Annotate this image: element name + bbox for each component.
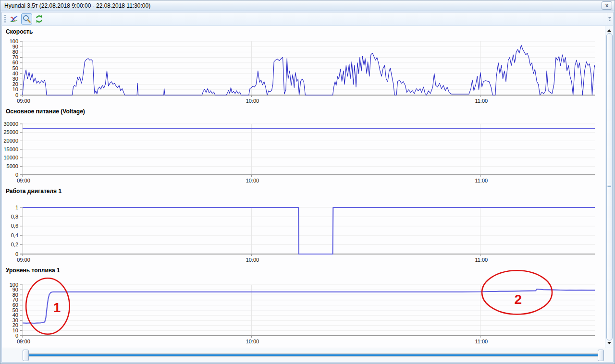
timeline-slider-range: [29, 354, 599, 356]
svg-text:20000: 20000: [3, 138, 18, 144]
svg-text:11:00: 11:00: [475, 339, 488, 344]
svg-text:30: 30: [12, 317, 18, 323]
svg-text:80: 80: [12, 292, 18, 298]
svg-text:0,8: 0,8: [11, 214, 18, 219]
charts-column: Скорость 010203040506070809010009:0010:0…: [2, 26, 605, 348]
chart-canvas: 00,20,40,60,8109:0010:0011:00: [2, 196, 603, 266]
svg-text:60: 60: [12, 60, 18, 65]
svg-text:10000: 10000: [3, 155, 18, 160]
svg-text:10:00: 10:00: [246, 178, 259, 183]
svg-text:0,4: 0,4: [11, 232, 18, 238]
window-title: Hyundai 3,5т (22.08.2018 9:00:00 - 22.08…: [4, 2, 150, 9]
chart-canvas: 010203040506070809010009:0010:0011:00: [2, 36, 603, 107]
timeline-slider-right-thumb[interactable]: [598, 350, 604, 361]
svg-text:70: 70: [12, 54, 18, 60]
svg-text:20: 20: [12, 322, 18, 328]
svg-text:70: 70: [12, 297, 18, 303]
toolbar-grip-handle[interactable]: [4, 15, 6, 23]
chart-fuel[interactable]: 010203040506070809010009:0010:0011:0012: [2, 275, 605, 347]
toolbar: [2, 12, 613, 26]
svg-text:10: 10: [12, 86, 18, 92]
svg-text:40: 40: [12, 312, 18, 318]
svg-text:40: 40: [12, 71, 18, 76]
annotation-ellipse-1: [26, 278, 70, 334]
svg-text:11:00: 11:00: [475, 178, 488, 183]
timeline-slider-left-thumb[interactable]: [23, 350, 29, 361]
chart-title-engine: Работа двигателя 1: [2, 188, 605, 196]
scroll-up-icon[interactable]: [607, 29, 611, 32]
chart-canvas: 05000100001500020000250003000009:0010:00…: [2, 116, 603, 186]
svg-text:90: 90: [12, 44, 18, 49]
svg-text:0: 0: [15, 92, 18, 98]
window-body: Скорость 010203040506070809010009:0010:0…: [1, 12, 614, 363]
svg-text:0: 0: [15, 172, 18, 178]
chart-title-speed: Скорость: [2, 28, 605, 36]
chart-panel-voltage: Основное питание (Voltage) 0500010000150…: [2, 108, 605, 186]
svg-text:10:00: 10:00: [246, 98, 259, 104]
toolbar-overflow-icon: [608, 17, 611, 19]
svg-text:5000: 5000: [7, 163, 18, 169]
chart-title-fuel: Уровень топлива 1: [2, 267, 605, 275]
close-button[interactable]: x: [602, 1, 612, 10]
chart-panel-fuel: Уровень топлива 1 0102030405060708090100…: [2, 267, 605, 347]
zoom-icon: [22, 14, 31, 24]
toolbar-overflow-button[interactable]: [607, 13, 612, 25]
toolbar-overflow-icon: [608, 20, 611, 21]
chart-panel-speed: Скорость 010203040506070809010009:0010:0…: [2, 28, 605, 107]
svg-text:15000: 15000: [3, 146, 18, 152]
annotation-label-2: 2: [515, 292, 522, 307]
chart-tool-button[interactable]: [9, 13, 20, 24]
svg-text:30000: 30000: [3, 121, 18, 127]
svg-text:10:00: 10:00: [246, 257, 259, 263]
chart-speed[interactable]: 010203040506070809010009:0010:0011:00: [2, 36, 605, 107]
zoom-tool-button[interactable]: [21, 13, 32, 24]
refresh-icon: [35, 14, 44, 24]
svg-text:09:00: 09:00: [17, 98, 30, 104]
svg-text:60: 60: [12, 302, 18, 308]
svg-text:50: 50: [12, 65, 18, 71]
refresh-tool-button[interactable]: [34, 13, 45, 24]
scroll-down-icon[interactable]: [607, 342, 611, 344]
svg-text:25000: 25000: [3, 129, 18, 135]
scrollbar-grip-icon: [608, 185, 611, 189]
svg-text:100: 100: [10, 282, 18, 288]
svg-text:1: 1: [15, 205, 18, 210]
title-bar: Hyundai 3,5т (22.08.2018 9:00:00 - 22.08…: [0, 0, 615, 11]
svg-text:10:00: 10:00: [246, 339, 259, 344]
chart-voltage[interactable]: 05000100001500020000250003000009:0010:00…: [2, 116, 605, 186]
svg-text:11:00: 11:00: [475, 98, 488, 104]
chart-panel-engine: Работа двигателя 1 00,20,40,60,8109:0010…: [2, 188, 605, 266]
chart-engine[interactable]: 00,20,40,60,8109:0010:0011:00: [2, 196, 605, 266]
content-area: Скорость 010203040506070809010009:0010:0…: [2, 26, 613, 348]
svg-text:0: 0: [15, 333, 18, 339]
svg-text:0: 0: [15, 251, 18, 257]
svg-text:0,2: 0,2: [11, 242, 18, 247]
svg-text:80: 80: [12, 49, 18, 55]
annotation-label-1: 1: [53, 300, 61, 315]
vertical-scrollbar-thumb[interactable]: [606, 33, 613, 340]
svg-text:09:00: 09:00: [17, 178, 30, 183]
vertical-scrollbar[interactable]: [605, 26, 613, 348]
timeline-slider: [2, 348, 613, 362]
svg-text:20: 20: [12, 81, 18, 87]
svg-text:0,6: 0,6: [11, 223, 18, 229]
app-window: Hyundai 3,5т (22.08.2018 9:00:00 - 22.08…: [0, 0, 615, 364]
svg-text:10: 10: [12, 328, 18, 333]
svg-text:100: 100: [10, 38, 18, 44]
chart-title-voltage: Основное питание (Voltage): [2, 108, 605, 116]
svg-text:30: 30: [12, 76, 18, 82]
chart-icon: [10, 14, 19, 24]
svg-text:09:00: 09:00: [17, 257, 30, 263]
svg-text:50: 50: [12, 307, 18, 313]
svg-text:90: 90: [12, 287, 18, 292]
svg-text:11:00: 11:00: [475, 257, 488, 263]
chart-canvas: 010203040506070809010009:0010:0011:0012: [2, 275, 603, 347]
svg-text:09:00: 09:00: [17, 339, 30, 344]
